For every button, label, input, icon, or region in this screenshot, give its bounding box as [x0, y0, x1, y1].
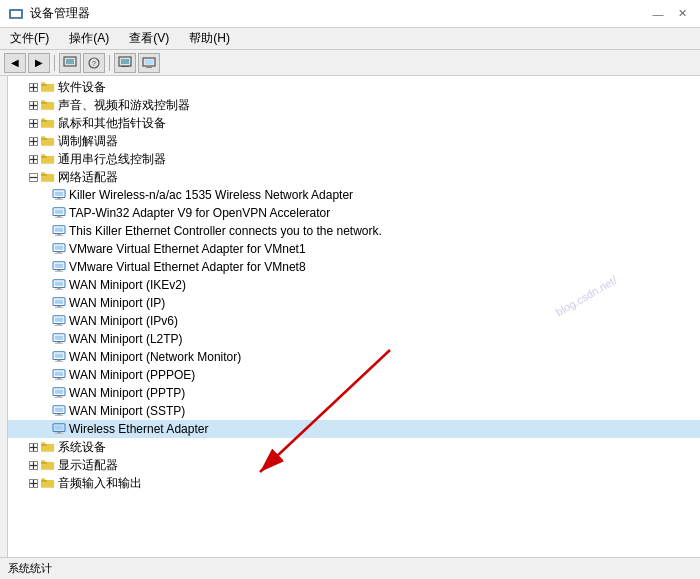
expand-icon-net13[interactable]	[42, 404, 51, 418]
expand-icon-net7[interactable]	[42, 296, 51, 310]
expand-icon-system[interactable]	[26, 440, 40, 454]
item-label-audio2: 音频输入和输出	[58, 475, 142, 492]
svg-rect-78	[57, 324, 60, 325]
svg-rect-75	[55, 307, 64, 308]
item-icon-network	[40, 169, 56, 185]
expand-icon-net10[interactable]	[42, 350, 51, 364]
tree-item-net8[interactable]: WAN Miniport (IPv6)	[8, 312, 700, 330]
item-icon-net10	[51, 349, 67, 365]
expand-icon-net4[interactable]	[42, 242, 51, 256]
tree-item-display[interactable]: 显示适配器	[8, 456, 700, 474]
tree-item-net11[interactable]: WAN Miniport (PPPOE)	[8, 366, 700, 384]
svg-rect-1	[11, 11, 21, 17]
svg-rect-8	[121, 59, 129, 64]
tree-item-audio[interactable]: 声音、视频和游戏控制器	[8, 96, 700, 114]
item-label-usb: 通用串行总线控制器	[58, 151, 166, 168]
svg-rect-30	[41, 118, 45, 120]
svg-rect-51	[55, 199, 64, 200]
expand-icon-software[interactable]	[26, 80, 40, 94]
tree-item-net6[interactable]: WAN Miniport (IKEv2)	[8, 276, 700, 294]
toolbar-btn-1[interactable]	[59, 53, 81, 73]
item-icon-net11	[51, 367, 67, 383]
expand-icon-mouse[interactable]	[26, 116, 40, 130]
svg-rect-71	[55, 289, 64, 290]
svg-rect-61	[55, 246, 64, 250]
expand-icon-audio2[interactable]	[26, 476, 40, 490]
tree-item-net9[interactable]: WAN Miniport (L2TP)	[8, 330, 700, 348]
expand-icon-audio[interactable]	[26, 98, 40, 112]
item-label-net1: Killer Wireless-n/a/ac 1535 Wireless Net…	[69, 188, 353, 202]
tree-item-modem[interactable]: 调制解调器	[8, 132, 700, 150]
expand-icon-net2[interactable]	[42, 206, 51, 220]
svg-rect-101	[55, 426, 64, 430]
expand-icon-net5[interactable]	[42, 260, 51, 274]
svg-rect-102	[57, 432, 60, 433]
status-bar: 系统统计	[0, 557, 700, 579]
minimize-button[interactable]: —	[648, 6, 668, 22]
expand-icon-net9[interactable]	[42, 332, 51, 346]
tree-item-usb[interactable]: 通用串行总线控制器	[8, 150, 700, 168]
tree-item-network[interactable]: 网络适配器	[8, 168, 700, 186]
menu-action[interactable]: 操作(A)	[63, 28, 115, 49]
tree-item-mouse[interactable]: 鼠标和其他指针设备	[8, 114, 700, 132]
tree-item-net14[interactable]: Wireless Ethernet Adapter	[8, 420, 700, 438]
item-icon-net12	[51, 385, 67, 401]
forward-button[interactable]: ▶	[28, 53, 50, 73]
expand-icon-net8[interactable]	[42, 314, 51, 328]
expand-icon-net1[interactable]	[42, 188, 51, 202]
expand-icon-network[interactable]	[26, 170, 40, 184]
back-button[interactable]: ◀	[4, 53, 26, 73]
tree-item-software[interactable]: 软件设备	[8, 78, 700, 96]
expand-icon-net12[interactable]	[42, 386, 51, 400]
svg-rect-93	[55, 390, 64, 394]
tree-item-net4[interactable]: VMware Virtual Ethernet Adapter for VMne…	[8, 240, 700, 258]
expand-icon-display[interactable]	[26, 458, 40, 472]
svg-rect-59	[55, 235, 64, 236]
svg-rect-83	[55, 343, 64, 344]
toolbar-btn-2[interactable]: ?	[83, 53, 105, 73]
toolbar-btn-3[interactable]	[114, 53, 136, 73]
expand-icon-net14[interactable]	[42, 422, 51, 436]
expand-icon-usb[interactable]	[26, 152, 40, 166]
expand-icon-net11[interactable]	[42, 368, 51, 382]
status-text: 系统统计	[8, 561, 52, 576]
svg-rect-103	[55, 433, 64, 434]
tree-item-net1[interactable]: Killer Wireless-n/a/ac 1535 Wireless Net…	[8, 186, 700, 204]
item-icon-net7	[51, 295, 67, 311]
tree-item-net10[interactable]: WAN Miniport (Network Monitor)	[8, 348, 700, 366]
expand-icon-net3[interactable]	[42, 224, 51, 238]
svg-rect-24	[41, 100, 45, 102]
close-button[interactable]: ✕	[672, 6, 692, 22]
tree-item-audio2[interactable]: 音频输入和输出	[8, 474, 700, 492]
tree-item-net13[interactable]: WAN Miniport (SSTP)	[8, 402, 700, 420]
item-icon-software	[40, 79, 56, 95]
tree-item-net3[interactable]: This Killer Ethernet Controller connects…	[8, 222, 700, 240]
svg-rect-114	[41, 462, 47, 464]
tree-item-net2[interactable]: TAP-Win32 Adapter V9 for OpenVPN Acceler…	[8, 204, 700, 222]
svg-rect-54	[57, 216, 60, 217]
app-icon	[8, 6, 24, 22]
svg-rect-53	[55, 210, 64, 214]
item-icon-net6	[51, 277, 67, 293]
svg-rect-2	[13, 18, 19, 19]
left-strip	[0, 76, 8, 557]
tree-item-system[interactable]: 系统设备	[8, 438, 700, 456]
svg-rect-121	[41, 478, 45, 480]
svg-rect-89	[55, 372, 64, 376]
item-icon-net4	[51, 241, 67, 257]
menu-help[interactable]: 帮助(H)	[183, 28, 236, 49]
expand-icon-net6[interactable]	[42, 278, 51, 292]
tree-item-net5[interactable]: VMware Virtual Ethernet Adapter for VMne…	[8, 258, 700, 276]
item-label-net13: WAN Miniport (SSTP)	[69, 404, 185, 418]
svg-rect-87	[55, 361, 64, 362]
menu-file[interactable]: 文件(F)	[4, 28, 55, 49]
item-icon-display	[40, 457, 56, 473]
expand-icon-modem[interactable]	[26, 134, 40, 148]
tree-view[interactable]: 软件设备 声音、视频和游戏控制器 鼠标和其他指针设备 调制解调器 通用串行总线控…	[8, 76, 700, 557]
svg-rect-62	[57, 252, 60, 253]
menu-view[interactable]: 查看(V)	[123, 28, 175, 49]
item-icon-usb	[40, 151, 56, 167]
toolbar-btn-4[interactable]	[138, 53, 160, 73]
tree-item-net7[interactable]: WAN Miniport (IP)	[8, 294, 700, 312]
tree-item-net12[interactable]: WAN Miniport (PPTP)	[8, 384, 700, 402]
